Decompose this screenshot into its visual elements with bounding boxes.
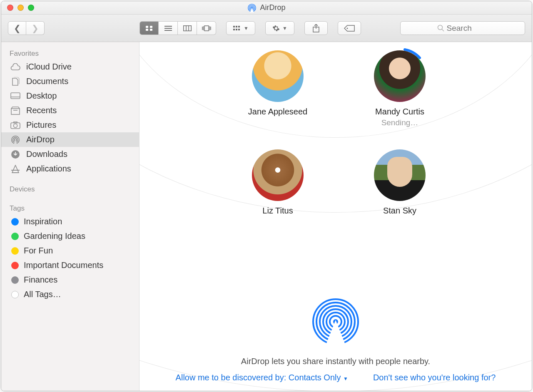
- sidebar-item-recents[interactable]: Recents: [1, 103, 139, 118]
- person-name: Liz Titus: [236, 206, 319, 216]
- svg-rect-15: [204, 26, 209, 31]
- zoom-window-button[interactable]: [28, 5, 34, 11]
- share-button[interactable]: [304, 21, 328, 35]
- window-title: AirDrop: [260, 3, 285, 12]
- sidebar-item-label: For Fun: [24, 246, 53, 256]
- svg-rect-6: [150, 26, 152, 28]
- minimize-window-button[interactable]: [17, 5, 24, 11]
- list-view-button[interactable]: [159, 21, 178, 35]
- applications-icon: [10, 164, 21, 174]
- close-window-button[interactable]: [7, 5, 13, 11]
- svg-point-36: [14, 124, 17, 127]
- sidebar-tag-for-fun[interactable]: For Fun: [1, 243, 139, 258]
- svg-marker-50: [325, 320, 346, 347]
- search-field[interactable]: [400, 21, 525, 35]
- discover-label: Allow me to be discovered by:: [176, 373, 286, 382]
- airdrop-icon: [10, 135, 21, 144]
- sidebar-item-desktop[interactable]: Desktop: [1, 89, 139, 103]
- sidebar-item-icloud-drive[interactable]: iCloud Drive: [1, 60, 139, 74]
- svg-rect-31: [11, 93, 20, 99]
- sidebar-tag-inspiration[interactable]: Inspiration: [1, 214, 139, 229]
- forward-button[interactable]: ❯: [26, 21, 45, 35]
- pictures-icon: [10, 121, 21, 130]
- column-view-button[interactable]: [178, 21, 197, 35]
- chevron-down-icon: ▼: [343, 376, 348, 382]
- svg-point-29: [438, 25, 442, 30]
- airdrop-person[interactable]: Liz Titus: [236, 149, 319, 216]
- sidebar-item-label: Gardening Ideas: [24, 231, 85, 241]
- sidebar-tag-important[interactable]: Important Documents: [1, 258, 139, 273]
- person-name: Mandy Curtis: [358, 107, 441, 117]
- avatar: [374, 50, 426, 102]
- sidebar-item-label: Recents: [26, 106, 57, 115]
- sidebar-item-airdrop[interactable]: AirDrop: [1, 132, 139, 147]
- recents-icon: [10, 106, 21, 115]
- sidebar-tag-all-tags[interactable]: All Tags…: [1, 287, 139, 302]
- help-link[interactable]: Don't see who you're looking for?: [373, 373, 496, 382]
- tag-color-dot: [11, 262, 19, 269]
- svg-rect-20: [233, 26, 235, 27]
- svg-rect-22: [238, 26, 240, 27]
- sidebar-item-label: All Tags…: [24, 290, 61, 299]
- airdrop-footer: AirDrop lets you share instantly with pe…: [139, 297, 532, 382]
- documents-icon: [10, 77, 21, 86]
- sidebar-item-label: Important Documents: [24, 261, 103, 270]
- sidebar-item-label: Inspiration: [24, 217, 62, 226]
- cloud-icon: [10, 62, 21, 72]
- sidebar-tag-gardening[interactable]: Gardening Ideas: [1, 229, 139, 243]
- tag-color-dot: [11, 233, 19, 240]
- sidebar-item-label: AirDrop: [26, 135, 55, 144]
- sidebar-item-label: Documents: [26, 77, 68, 86]
- avatar: [374, 149, 426, 201]
- tag-color-dot: [11, 276, 19, 284]
- avatar: [252, 149, 304, 201]
- airdrop-logo-icon: [311, 297, 361, 347]
- avatar: [252, 50, 304, 102]
- svg-rect-21: [236, 26, 237, 27]
- svg-line-30: [442, 29, 444, 31]
- airdrop-description: AirDrop lets you share instantly with pe…: [139, 357, 532, 366]
- person-name: Stan Sky: [358, 206, 441, 216]
- icon-view-button[interactable]: [139, 21, 159, 35]
- desktop-icon: [10, 92, 21, 101]
- sidebar: Favorites iCloud Drive Documents Desktop…: [1, 42, 139, 391]
- svg-rect-8: [150, 29, 152, 31]
- search-input[interactable]: [447, 24, 488, 33]
- sidebar-item-documents[interactable]: Documents: [1, 74, 139, 89]
- sidebar-item-applications[interactable]: Applications: [1, 161, 139, 176]
- person-status: Sending…: [358, 118, 441, 127]
- edit-tags-button[interactable]: [338, 21, 361, 35]
- tag-color-dot: [11, 247, 19, 255]
- svg-rect-12: [183, 25, 191, 31]
- discoverability-dropdown[interactable]: Allow me to be discovered by: Contacts O…: [176, 373, 348, 382]
- airdrop-icon: [247, 3, 257, 12]
- person-name: Jane Appleseed: [236, 107, 319, 117]
- action-button[interactable]: ▼: [265, 21, 294, 35]
- sidebar-item-label: Desktop: [26, 91, 57, 101]
- sidebar-item-label: Pictures: [26, 120, 56, 130]
- airdrop-person[interactable]: Jane Appleseed: [236, 50, 319, 117]
- sidebar-section-tags: Tags: [1, 201, 139, 214]
- sidebar-item-label: Finances: [24, 275, 57, 285]
- svg-rect-37: [14, 122, 17, 123]
- sidebar-item-label: Downloads: [26, 149, 67, 159]
- toolbar: ❮ ❯ ▼ ▼: [1, 15, 532, 42]
- downloads-icon: [10, 150, 21, 159]
- svg-rect-25: [238, 29, 240, 30]
- sidebar-item-downloads[interactable]: Downloads: [1, 147, 139, 161]
- airdrop-person[interactable]: Mandy Curtis Sending…: [358, 50, 441, 127]
- svg-rect-33: [11, 109, 20, 114]
- back-button[interactable]: ❮: [8, 21, 26, 35]
- arrange-button[interactable]: ▼: [226, 21, 255, 35]
- sidebar-section-favorites: Favorites: [1, 46, 139, 60]
- svg-rect-23: [233, 29, 235, 30]
- sidebar-item-pictures[interactable]: Pictures: [1, 118, 139, 132]
- finder-window: AirDrop ❮ ❯ ▼: [1, 1, 532, 391]
- gallery-view-button[interactable]: [197, 21, 216, 35]
- airdrop-person[interactable]: Stan Sky: [358, 149, 441, 216]
- svg-rect-24: [236, 29, 237, 30]
- sidebar-item-label: iCloud Drive: [26, 62, 72, 72]
- sidebar-tag-finances[interactable]: Finances: [1, 273, 139, 287]
- discover-value: Contacts Only: [289, 373, 341, 382]
- svg-rect-7: [146, 29, 148, 31]
